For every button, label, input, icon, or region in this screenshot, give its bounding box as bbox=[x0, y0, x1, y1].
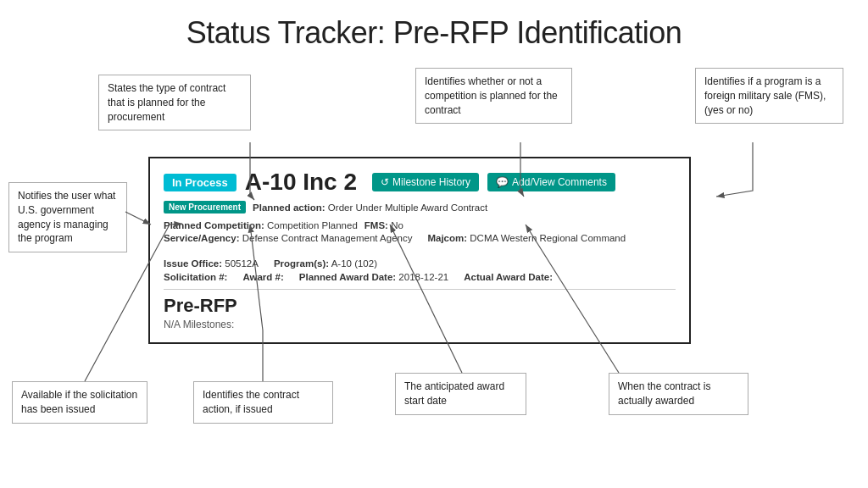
new-procurement-badge: New Procurement bbox=[164, 201, 246, 214]
callout-states-type: States the type of contract that is plan… bbox=[98, 75, 251, 130]
status-badge: In Process bbox=[164, 174, 236, 191]
callout-when-awarded: When the contract is actually awarded bbox=[609, 373, 748, 415]
issue-office-value: 50512A bbox=[225, 258, 259, 269]
callout-identifies-competition: Identifies whether or not a competition … bbox=[415, 68, 572, 124]
programs-label: Program(s): bbox=[274, 258, 329, 269]
divider bbox=[164, 289, 676, 290]
program-title: A-10 Inc 2 bbox=[245, 169, 357, 196]
award-label: Award #: bbox=[242, 272, 283, 282]
service-agency-label: Service/Agency: bbox=[164, 233, 240, 243]
actual-award-date-label: Actual Award Date: bbox=[464, 272, 553, 282]
planned-action-label: Planned action: bbox=[253, 202, 326, 213]
issue-office-label: Issue Office: bbox=[164, 258, 222, 269]
planned-competition-value: Competition Planned bbox=[267, 220, 358, 230]
page-title: Status Tracker: Pre-RFP Identification bbox=[0, 0, 868, 59]
majcom-value: DCMA Western Regional Command bbox=[470, 233, 626, 243]
na-milestones: N/A Milestones: bbox=[164, 319, 676, 330]
section-title: Pre-RFP bbox=[164, 295, 676, 317]
solicitation-label: Solicitation #: bbox=[164, 272, 227, 282]
programs-value: A-10 (102) bbox=[331, 258, 377, 269]
service-agency-value: Defense Contract Management Agency bbox=[242, 233, 413, 243]
majcom-label: Majcom: bbox=[427, 233, 467, 243]
fms-value: No bbox=[391, 220, 403, 230]
planned-award-date-value: 2018-12-21 bbox=[398, 272, 448, 282]
callout-identifies-contract-action: Identifies the contract action, if issue… bbox=[193, 381, 333, 424]
callout-anticipated-award: The anticipated award start date bbox=[395, 373, 526, 415]
tracker-card: In Process A-10 Inc 2 ↺ Milestone Histor… bbox=[148, 157, 691, 344]
planned-action-value: Order Under Multiple Award Contract bbox=[328, 202, 487, 213]
comments-icon: 💬 bbox=[496, 176, 509, 188]
callout-notifies-user: Notifies the user what U.S. government a… bbox=[8, 182, 127, 252]
callout-available-solicitation: Available if the solicitation has been i… bbox=[12, 381, 147, 424]
milestone-history-button[interactable]: ↺ Milestone History bbox=[372, 173, 479, 191]
history-icon: ↺ bbox=[381, 176, 389, 188]
add-view-comments-button[interactable]: 💬 Add/View Comments bbox=[487, 173, 615, 191]
callout-identifies-fms: Identifies if a program is a foreign mil… bbox=[695, 68, 843, 124]
planned-award-date-label: Planned Award Date: bbox=[299, 272, 396, 282]
planned-competition-label: Planned Competition: bbox=[164, 220, 264, 230]
fms-label: FMS: bbox=[364, 220, 388, 230]
